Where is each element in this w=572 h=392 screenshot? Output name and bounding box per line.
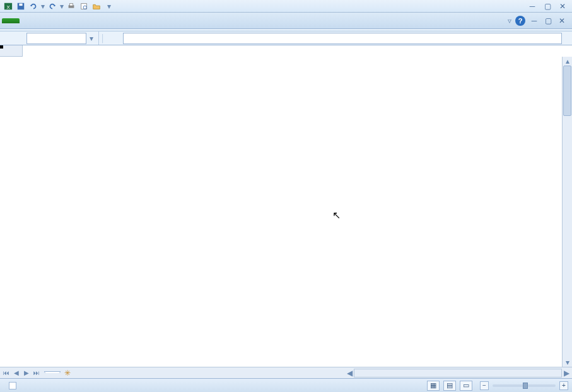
sheet-nav-prev-icon[interactable]: ◀ <box>11 368 21 378</box>
formula-input[interactable] <box>123 33 562 44</box>
macro-record-icon[interactable] <box>9 382 16 389</box>
undo-dropdown-icon[interactable]: ▾ <box>40 1 45 12</box>
sheet-nav-next-icon[interactable]: ▶ <box>21 368 32 378</box>
minimize-button[interactable]: ─ <box>525 1 539 11</box>
ribbon-close-button[interactable]: ✕ <box>557 16 567 25</box>
name-box[interactable] <box>26 33 86 44</box>
print-icon[interactable] <box>66 1 77 12</box>
normal-view-button[interactable]: ▦ <box>427 381 440 391</box>
excel-icon[interactable]: X <box>3 1 14 12</box>
vertical-scrollbar[interactable]: ▴ ▾ <box>562 57 572 367</box>
file-tab[interactable] <box>2 18 20 23</box>
spreadsheet-grid[interactable]: ▴ ▾ <box>0 45 572 367</box>
close-button[interactable]: ✕ <box>556 1 569 11</box>
sheet-tab-bar: ⏮ ◀ ▶ ⏭ ✳ ◀ ▶ <box>0 367 572 378</box>
insert-sheet-icon[interactable]: ✳ <box>64 369 71 378</box>
vertical-scroll-thumb[interactable] <box>563 66 571 116</box>
horizontal-scrollbar[interactable] <box>354 369 562 378</box>
scroll-down-icon[interactable]: ▾ <box>563 358 572 367</box>
ribbon-restore-button[interactable]: ▢ <box>543 16 553 25</box>
title-bar: X ▾ ▾ ▾ ─ ▢ ✕ <box>0 0 572 13</box>
hscroll-left-icon[interactable]: ◀ <box>345 369 354 378</box>
redo-dropdown-icon[interactable]: ▾ <box>59 1 64 12</box>
status-bar: ▦ ▤ ▭ − + <box>0 378 572 392</box>
save-icon[interactable] <box>15 1 26 12</box>
qat-customize-icon[interactable]: ▾ <box>103 1 115 12</box>
window-controls: ─ ▢ ✕ <box>525 1 572 11</box>
ribbon-tabs: ▿ ? ─ ▢ ✕ <box>0 13 572 29</box>
ribbon-customize-icon[interactable]: ▿ <box>508 16 511 25</box>
sheet-nav-first-icon[interactable]: ⏮ <box>1 368 11 378</box>
maximize-button[interactable]: ▢ <box>540 1 554 11</box>
svg-rect-3 <box>19 3 22 6</box>
preview-icon[interactable] <box>78 1 90 12</box>
zoom-out-button[interactable]: − <box>480 381 489 390</box>
undo-icon[interactable] <box>28 1 39 12</box>
select-all-corner[interactable] <box>0 45 23 57</box>
page-break-view-button[interactable]: ▭ <box>460 381 472 391</box>
hscroll-right-icon[interactable]: ▶ <box>562 369 571 378</box>
redo-icon[interactable] <box>47 1 58 12</box>
svg-rect-5 <box>69 3 73 6</box>
scroll-up-icon[interactable]: ▴ <box>563 57 572 66</box>
ribbon-minimize-button[interactable]: ─ <box>529 16 539 25</box>
quick-access-toolbar: X ▾ ▾ ▾ <box>0 1 115 12</box>
help-icon[interactable]: ? <box>515 16 525 26</box>
namebox-dropdown-icon[interactable]: ▾ <box>86 34 96 43</box>
formula-cancel-icon: │ <box>99 34 107 43</box>
formula-bar-row: ▾ │ <box>0 32 572 45</box>
zoom-slider[interactable] <box>493 384 556 387</box>
page-layout-view-button[interactable]: ▤ <box>443 381 456 391</box>
zoom-in-button[interactable]: + <box>559 381 568 390</box>
sheet-nav-last-icon[interactable]: ⏭ <box>32 368 42 378</box>
svg-text:X: X <box>6 4 10 9</box>
sheet-tab[interactable] <box>44 371 61 373</box>
open-icon[interactable] <box>91 1 102 12</box>
zoom-thumb[interactable] <box>523 383 528 389</box>
